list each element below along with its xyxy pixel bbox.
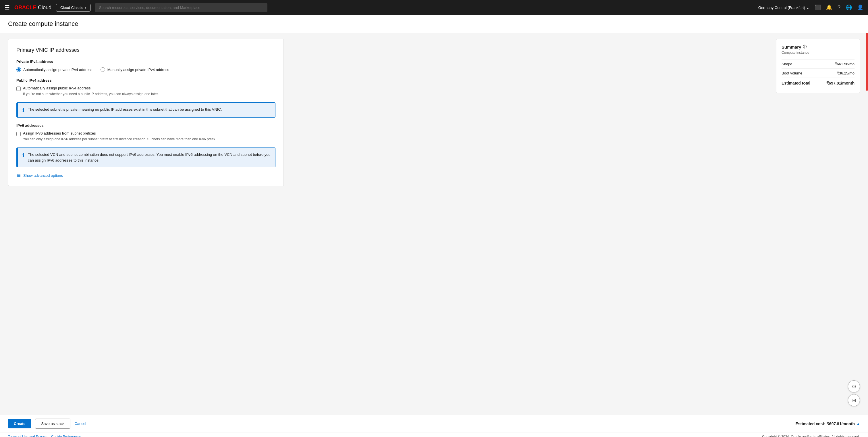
public-ipv4-helper: If you're not sure whether you need a pu…: [23, 92, 275, 96]
summary-info-icon[interactable]: ⓘ: [803, 44, 807, 50]
radio-auto-private-label: Automatically assign private IPv4 addres…: [23, 67, 92, 72]
svg-point-0: [17, 174, 18, 175]
cloud-text: Cloud: [38, 5, 52, 11]
ipv6-info-box: ℹ The selected VCN and subnet combinatio…: [17, 147, 275, 167]
estimated-cost-display[interactable]: Estimated cost: ₹697.81/month ▲: [795, 421, 860, 426]
info-icon-ipv6: ℹ: [22, 152, 24, 158]
summary-subtitle: Compute instance: [781, 51, 855, 55]
assign-ipv6-checkbox-label[interactable]: Assign IPv6 addresses from subnet prefix…: [23, 131, 96, 136]
ipv6-section: IPv6 addresses Assign IPv6 addresses fro…: [17, 123, 275, 141]
summary-total-value: ₹697.81/month: [826, 81, 855, 85]
cookie-link[interactable]: Cookie Preferences: [51, 435, 81, 437]
oracle-text: ORACLE: [14, 5, 36, 11]
radio-manual-private-label: Manually assign private IPv4 address: [107, 67, 169, 72]
radio-auto-private[interactable]: Automatically assign private IPv4 addres…: [17, 67, 92, 72]
footer-copyright: Copyright © 2024, Oracle and/or its affi…: [762, 435, 860, 437]
advanced-options-icon: [17, 173, 21, 178]
svg-point-1: [17, 175, 18, 176]
grid-button[interactable]: ⊞: [848, 394, 860, 406]
sidebar: Summary ⓘ Compute instance Shape ₹661.56…: [776, 33, 868, 415]
user-icon[interactable]: 👤: [857, 4, 863, 11]
scrollbar-track[interactable]: [866, 33, 868, 415]
radio-auto-private-input[interactable]: [17, 67, 21, 72]
private-ipv4-section: Private IPv4 address Automatically assig…: [17, 59, 275, 72]
card-title: Primary VNIC IP addresses: [17, 47, 275, 53]
search-input[interactable]: [95, 3, 268, 12]
summary-shape-label: Shape: [781, 62, 793, 66]
private-subnet-info-box: ℹ The selected subnet is private, meanin…: [17, 103, 275, 118]
info-icon-private-subnet: ℹ: [22, 107, 24, 113]
bottom-bar: Create Save as stack Cancel Estimated co…: [0, 415, 868, 432]
page-header: Create compute instance: [0, 15, 868, 33]
summary-boot-volume-value: ₹36.25/mo: [837, 71, 855, 75]
radio-manual-private[interactable]: Manually assign private IPv4 address: [100, 67, 169, 72]
show-advanced-link[interactable]: Show advanced options: [17, 173, 275, 178]
bell-icon[interactable]: 🔔: [826, 4, 832, 11]
ipv6-label: IPv6 addresses: [17, 123, 275, 128]
summary-total-label: Estimated total: [781, 81, 810, 85]
public-ipv4-label: Public IPv4 address: [17, 78, 275, 83]
radio-manual-private-input[interactable]: [100, 67, 105, 72]
hamburger-menu-icon[interactable]: ☰: [5, 4, 10, 11]
topnav-right: Germany Central (Frankfurt) ⌄ ⬛ 🔔 ? 🌐 👤: [758, 4, 863, 11]
help-circle-button[interactable]: ⊙: [848, 380, 860, 392]
terminal-icon[interactable]: ⬛: [814, 4, 821, 11]
footer-left: Terms of Use and Privacy Cookie Preferen…: [8, 435, 81, 437]
public-ipv4-checkbox-row: Automatically assign public IPv4 address: [17, 86, 275, 91]
summary-shape-value: ₹661.56/mo: [835, 62, 855, 66]
primary-vnic-card: Primary VNIC IP addresses Private IPv4 a…: [8, 39, 284, 186]
assign-ipv6-checkbox[interactable]: [17, 132, 21, 136]
create-button[interactable]: Create: [8, 419, 31, 428]
summary-card: Summary ⓘ Compute instance Shape ₹661.56…: [776, 39, 860, 93]
content-area: Primary VNIC IP addresses Private IPv4 a…: [0, 33, 776, 415]
summary-total-row: Estimated total ₹697.81/month: [781, 78, 855, 88]
auto-public-checkbox[interactable]: [17, 87, 21, 91]
cost-chevron-icon: ▲: [857, 422, 860, 426]
oracle-logo: ORACLE Cloud: [14, 5, 52, 11]
summary-boot-volume-row: Boot volume ₹36.25/mo: [781, 68, 855, 78]
private-subnet-info-text: The selected subnet is private, meaning …: [28, 107, 222, 112]
summary-boot-volume-label: Boot volume: [781, 71, 802, 75]
auto-public-checkbox-label[interactable]: Automatically assign public IPv4 address: [23, 86, 91, 90]
footer: Terms of Use and Privacy Cookie Preferen…: [0, 432, 868, 437]
cancel-button[interactable]: Cancel: [74, 421, 86, 426]
show-advanced-label: Show advanced options: [23, 173, 63, 178]
help-icon[interactable]: ?: [838, 5, 840, 11]
terms-link[interactable]: Terms of Use and Privacy: [8, 435, 48, 437]
region-selector[interactable]: Germany Central (Frankfurt) ⌄: [758, 5, 809, 10]
ipv6-checkbox-row: Assign IPv6 addresses from subnet prefix…: [17, 131, 275, 136]
summary-header: Summary ⓘ: [781, 44, 855, 50]
svg-point-2: [17, 176, 18, 177]
page-title: Create compute instance: [8, 20, 860, 28]
scrollbar-thumb[interactable]: [866, 33, 868, 91]
summary-shape-row: Shape ₹661.56/mo: [781, 59, 855, 68]
help-overlay: ⊙ ⊞: [848, 380, 860, 406]
cloud-classic-button[interactable]: Cloud Classic ›: [56, 4, 91, 11]
save-as-stack-button[interactable]: Save as stack: [35, 418, 70, 429]
public-ipv4-section: Public IPv4 address Automatically assign…: [17, 78, 275, 96]
estimated-cost-label: Estimated cost: ₹697.81/month: [795, 421, 855, 426]
main-layout: Primary VNIC IP addresses Private IPv4 a…: [0, 33, 868, 415]
ipv6-info-text: The selected VCN and subnet combination …: [28, 152, 271, 163]
summary-title: Summary: [781, 45, 801, 50]
globe-icon[interactable]: 🌐: [846, 4, 852, 11]
private-ipv4-label: Private IPv4 address: [17, 59, 275, 64]
private-ipv4-radio-group: Automatically assign private IPv4 addres…: [17, 67, 275, 72]
ipv6-helper: You can only assign one IPv6 address per…: [23, 137, 275, 141]
top-navigation: ☰ ORACLE Cloud Cloud Classic › Germany C…: [0, 0, 868, 15]
